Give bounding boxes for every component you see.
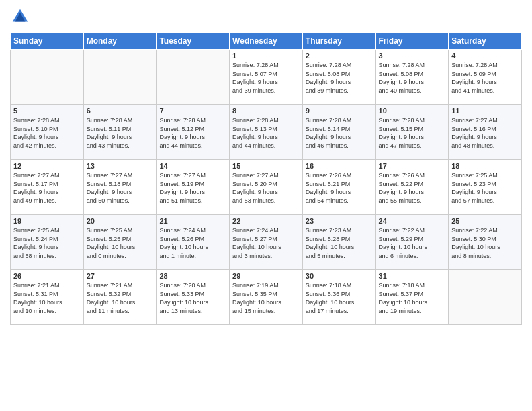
- day-info: Sunrise: 7:27 AM Sunset: 5:19 PM Dayligh…: [159, 171, 226, 205]
- day-number: 16: [306, 162, 373, 170]
- weekday-header-sunday: Sunday: [11, 33, 84, 50]
- calendar-cell: 22Sunrise: 7:24 AM Sunset: 5:27 PM Dayli…: [230, 215, 303, 270]
- day-number: 11: [451, 107, 519, 115]
- calendar-cell: [449, 270, 522, 325]
- calendar-cell: 23Sunrise: 7:23 AM Sunset: 5:28 PM Dayli…: [302, 215, 375, 270]
- day-number: 19: [13, 217, 81, 225]
- day-number: 1: [232, 52, 300, 60]
- day-info: Sunrise: 7:28 AM Sunset: 5:08 PM Dayligh…: [379, 61, 446, 95]
- day-number: 12: [13, 162, 81, 170]
- logo-icon: [10, 7, 30, 27]
- weekday-header-friday: Friday: [375, 33, 449, 50]
- day-number: 25: [451, 217, 519, 225]
- day-number: 20: [87, 217, 154, 225]
- day-info: Sunrise: 7:21 AM Sunset: 5:31 PM Dayligh…: [13, 281, 81, 315]
- day-info: Sunrise: 7:22 AM Sunset: 5:29 PM Dayligh…: [379, 226, 446, 260]
- calendar-cell: 24Sunrise: 7:22 AM Sunset: 5:29 PM Dayli…: [375, 215, 449, 270]
- weekday-header-saturday: Saturday: [449, 33, 522, 50]
- day-number: 23: [306, 217, 373, 225]
- day-number: 2: [306, 52, 373, 60]
- day-number: 10: [379, 107, 446, 115]
- calendar-cell: 31Sunrise: 7:18 AM Sunset: 5:37 PM Dayli…: [375, 270, 449, 325]
- day-number: 26: [13, 272, 81, 280]
- weekday-header-row: SundayMondayTuesdayWednesdayThursdayFrid…: [11, 33, 522, 50]
- day-number: 4: [451, 52, 519, 60]
- weekday-header-monday: Monday: [83, 33, 157, 50]
- day-number: 5: [13, 107, 81, 115]
- day-info: Sunrise: 7:26 AM Sunset: 5:21 PM Dayligh…: [306, 171, 373, 205]
- weekday-header-tuesday: Tuesday: [157, 33, 230, 50]
- calendar-cell: 15Sunrise: 7:27 AM Sunset: 5:20 PM Dayli…: [230, 160, 303, 215]
- day-info: Sunrise: 7:28 AM Sunset: 5:08 PM Dayligh…: [306, 61, 373, 95]
- day-info: Sunrise: 7:22 AM Sunset: 5:30 PM Dayligh…: [451, 226, 519, 260]
- calendar-cell: 6Sunrise: 7:28 AM Sunset: 5:11 PM Daylig…: [83, 105, 157, 160]
- day-info: Sunrise: 7:28 AM Sunset: 5:09 PM Dayligh…: [451, 61, 519, 95]
- calendar-cell: 11Sunrise: 7:27 AM Sunset: 5:16 PM Dayli…: [449, 105, 522, 160]
- day-info: Sunrise: 7:18 AM Sunset: 5:37 PM Dayligh…: [379, 281, 446, 315]
- day-number: 3: [379, 52, 446, 60]
- logo: [10, 7, 33, 27]
- calendar-page: SundayMondayTuesdayWednesdayThursdayFrid…: [0, 0, 532, 411]
- calendar-week-4: 19Sunrise: 7:25 AM Sunset: 5:24 PM Dayli…: [11, 215, 522, 270]
- day-info: Sunrise: 7:21 AM Sunset: 5:32 PM Dayligh…: [87, 281, 154, 315]
- calendar-week-3: 12Sunrise: 7:27 AM Sunset: 5:17 PM Dayli…: [11, 160, 522, 215]
- day-info: Sunrise: 7:28 AM Sunset: 5:15 PM Dayligh…: [379, 116, 446, 150]
- calendar-cell: 17Sunrise: 7:26 AM Sunset: 5:22 PM Dayli…: [375, 160, 449, 215]
- day-info: Sunrise: 7:28 AM Sunset: 5:11 PM Dayligh…: [87, 116, 154, 150]
- calendar-cell: 14Sunrise: 7:27 AM Sunset: 5:19 PM Dayli…: [157, 160, 230, 215]
- day-info: Sunrise: 7:23 AM Sunset: 5:28 PM Dayligh…: [306, 226, 373, 260]
- calendar-cell: 8Sunrise: 7:28 AM Sunset: 5:13 PM Daylig…: [230, 105, 303, 160]
- calendar-cell: 13Sunrise: 7:27 AM Sunset: 5:18 PM Dayli…: [83, 160, 157, 215]
- calendar-cell: 28Sunrise: 7:20 AM Sunset: 5:33 PM Dayli…: [157, 270, 230, 325]
- calendar-cell: 7Sunrise: 7:28 AM Sunset: 5:12 PM Daylig…: [157, 105, 230, 160]
- calendar-cell: [83, 50, 157, 105]
- calendar-cell: 3Sunrise: 7:28 AM Sunset: 5:08 PM Daylig…: [375, 50, 449, 105]
- day-number: 8: [232, 107, 300, 115]
- calendar-cell: 18Sunrise: 7:25 AM Sunset: 5:23 PM Dayli…: [449, 160, 522, 215]
- weekday-header-thursday: Thursday: [302, 33, 375, 50]
- day-info: Sunrise: 7:28 AM Sunset: 5:10 PM Dayligh…: [13, 116, 81, 150]
- calendar-cell: [11, 50, 84, 105]
- day-info: Sunrise: 7:18 AM Sunset: 5:36 PM Dayligh…: [306, 281, 373, 315]
- day-number: 29: [232, 272, 300, 280]
- calendar-week-2: 5Sunrise: 7:28 AM Sunset: 5:10 PM Daylig…: [11, 105, 522, 160]
- day-number: 31: [379, 272, 446, 280]
- day-number: 24: [379, 217, 446, 225]
- day-number: 21: [159, 217, 226, 225]
- calendar-cell: 21Sunrise: 7:24 AM Sunset: 5:26 PM Dayli…: [157, 215, 230, 270]
- day-info: Sunrise: 7:28 AM Sunset: 5:12 PM Dayligh…: [159, 116, 226, 150]
- day-number: 9: [306, 107, 373, 115]
- calendar-cell: 2Sunrise: 7:28 AM Sunset: 5:08 PM Daylig…: [302, 50, 375, 105]
- weekday-header-wednesday: Wednesday: [230, 33, 303, 50]
- day-info: Sunrise: 7:27 AM Sunset: 5:16 PM Dayligh…: [451, 116, 519, 150]
- day-number: 7: [159, 107, 226, 115]
- day-info: Sunrise: 7:25 AM Sunset: 5:25 PM Dayligh…: [87, 226, 154, 260]
- calendar-cell: 1Sunrise: 7:28 AM Sunset: 5:07 PM Daylig…: [230, 50, 303, 105]
- day-info: Sunrise: 7:27 AM Sunset: 5:17 PM Dayligh…: [13, 171, 81, 205]
- day-number: 17: [379, 162, 446, 170]
- calendar-cell: 27Sunrise: 7:21 AM Sunset: 5:32 PM Dayli…: [83, 270, 157, 325]
- calendar-cell: 25Sunrise: 7:22 AM Sunset: 5:30 PM Dayli…: [449, 215, 522, 270]
- calendar-cell: 20Sunrise: 7:25 AM Sunset: 5:25 PM Dayli…: [83, 215, 157, 270]
- calendar-week-5: 26Sunrise: 7:21 AM Sunset: 5:31 PM Dayli…: [11, 270, 522, 325]
- day-info: Sunrise: 7:19 AM Sunset: 5:35 PM Dayligh…: [232, 281, 300, 315]
- calendar-cell: 9Sunrise: 7:28 AM Sunset: 5:14 PM Daylig…: [302, 105, 375, 160]
- day-number: 14: [159, 162, 226, 170]
- page-header: [10, 7, 522, 27]
- day-info: Sunrise: 7:28 AM Sunset: 5:14 PM Dayligh…: [306, 116, 373, 150]
- day-number: 30: [306, 272, 373, 280]
- day-info: Sunrise: 7:27 AM Sunset: 5:18 PM Dayligh…: [87, 171, 154, 205]
- calendar-table: SundayMondayTuesdayWednesdayThursdayFrid…: [10, 32, 522, 325]
- day-number: 18: [451, 162, 519, 170]
- calendar-cell: [157, 50, 230, 105]
- day-number: 27: [87, 272, 154, 280]
- day-info: Sunrise: 7:25 AM Sunset: 5:24 PM Dayligh…: [13, 226, 81, 260]
- day-number: 13: [87, 162, 154, 170]
- day-info: Sunrise: 7:25 AM Sunset: 5:23 PM Dayligh…: [451, 171, 519, 205]
- calendar-cell: 29Sunrise: 7:19 AM Sunset: 5:35 PM Dayli…: [230, 270, 303, 325]
- calendar-cell: 4Sunrise: 7:28 AM Sunset: 5:09 PM Daylig…: [449, 50, 522, 105]
- calendar-cell: 10Sunrise: 7:28 AM Sunset: 5:15 PM Dayli…: [375, 105, 449, 160]
- day-info: Sunrise: 7:24 AM Sunset: 5:27 PM Dayligh…: [232, 226, 300, 260]
- day-info: Sunrise: 7:26 AM Sunset: 5:22 PM Dayligh…: [379, 171, 446, 205]
- day-number: 28: [159, 272, 226, 280]
